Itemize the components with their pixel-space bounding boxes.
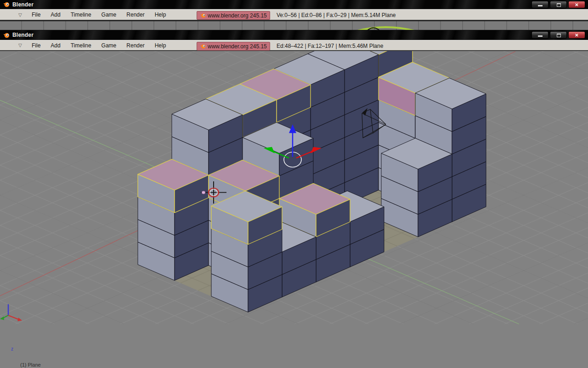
active-object-label: (1) Plane xyxy=(20,362,41,368)
sliver-graphics xyxy=(0,21,588,30)
restore-button[interactable] xyxy=(550,1,567,8)
collapse-menu-icon[interactable]: ▽ xyxy=(18,12,27,17)
blender-logo-icon xyxy=(200,43,206,49)
menu-game[interactable]: Game xyxy=(96,10,122,20)
minimize-icon xyxy=(538,5,543,6)
menu-help[interactable]: Help xyxy=(150,40,171,50)
window2-titlebar[interactable]: Blender ✕ xyxy=(0,30,588,40)
window2-header: ▽ File Add Timeline Game Render Help www… xyxy=(0,40,588,51)
gizmo-z-label: z xyxy=(11,346,13,351)
menu-timeline[interactable]: Timeline xyxy=(66,10,96,20)
mesh-stats: Ve:0–56 | Ed:0–86 | Fa:0–29 | Mem:5.14M … xyxy=(277,12,396,18)
version-badge: www.blender.org 245.15 xyxy=(197,42,270,51)
menu-help[interactable]: Help xyxy=(150,10,171,20)
desktop: Blender ✕ ▽ File Add Timeline Game Rende… xyxy=(0,0,588,368)
window1-header: ▽ File Add Timeline Game Render Help www… xyxy=(0,9,588,21)
window2-title: Blender xyxy=(12,32,34,38)
restore-icon xyxy=(557,34,561,37)
menu-game[interactable]: Game xyxy=(96,40,122,50)
window1-titlebar[interactable]: Blender ✕ xyxy=(0,0,588,9)
menu-file[interactable]: File xyxy=(27,10,45,20)
close-button[interactable]: ✕ xyxy=(568,31,585,39)
viewport-3d-scene[interactable] xyxy=(0,51,588,368)
version-badge: www.blender.org 245.15 xyxy=(197,11,270,20)
collapse-menu-icon[interactable]: ▽ xyxy=(18,43,27,48)
version-text: www.blender.org 245.15 xyxy=(208,43,267,50)
minimize-button[interactable] xyxy=(531,31,548,39)
menu-add[interactable]: Add xyxy=(45,40,65,50)
blender-logo-icon xyxy=(3,1,10,8)
restore-icon xyxy=(557,3,561,7)
minimize-button[interactable] xyxy=(531,1,548,8)
mesh-stats: Ed:48–422 | Fa:12–197 | Mem:5.46M Plane xyxy=(277,43,383,49)
restore-button[interactable] xyxy=(550,31,567,39)
blender-logo-icon xyxy=(200,12,206,18)
blender-logo-icon xyxy=(3,32,10,39)
window1-viewport-sliver[interactable] xyxy=(0,21,588,30)
menu-render[interactable]: Render xyxy=(121,40,149,50)
menu-add[interactable]: Add xyxy=(45,10,65,20)
menu-file[interactable]: File xyxy=(27,40,45,50)
window1-title: Blender xyxy=(12,1,34,8)
viewport-3d[interactable]: z (1) Plane xyxy=(0,51,588,368)
menu-render[interactable]: Render xyxy=(121,10,149,20)
menu-timeline[interactable]: Timeline xyxy=(66,40,96,50)
version-text: www.blender.org 245.15 xyxy=(208,12,267,19)
minimize-icon xyxy=(538,35,543,37)
close-button[interactable]: ✕ xyxy=(568,1,585,8)
